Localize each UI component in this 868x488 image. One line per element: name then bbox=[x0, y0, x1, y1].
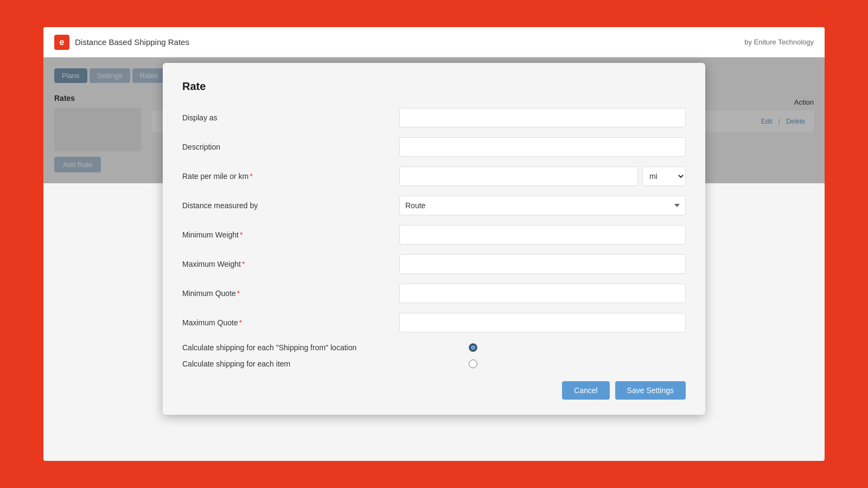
description-row: Description bbox=[182, 137, 686, 157]
header-left: e Distance Based Shipping Rates bbox=[54, 35, 189, 50]
distance-measured-select[interactable]: Route Straight Line bbox=[399, 196, 686, 215]
min-weight-wrapper bbox=[399, 225, 686, 245]
rate-per-mile-input[interactable] bbox=[399, 166, 638, 186]
radio-input-1[interactable] bbox=[469, 343, 477, 352]
min-quote-row: Minimum Quote* bbox=[182, 284, 686, 303]
rate-modal: Rate Display as Description bbox=[163, 63, 705, 415]
rate-input-group: mi km bbox=[399, 166, 686, 186]
save-settings-button[interactable]: Save Settings bbox=[615, 381, 686, 400]
app-container: e Distance Based Shipping Rates by Enitu… bbox=[43, 27, 825, 461]
rate-unit-select[interactable]: mi km bbox=[642, 166, 686, 186]
app-body: Plans Settings Rates Rates Add Rate Acti… bbox=[43, 57, 825, 183]
distance-measured-row: Distance measured by Route Straight Line bbox=[182, 196, 686, 215]
max-weight-label: Maximum Weight* bbox=[182, 260, 399, 268]
app-logo-icon: e bbox=[54, 35, 69, 50]
radio-input-2[interactable] bbox=[469, 359, 477, 368]
app-header: e Distance Based Shipping Rates by Enitu… bbox=[43, 27, 825, 57]
cancel-button[interactable]: Cancel bbox=[562, 381, 610, 400]
radio-label-1: Calculate shipping for each "Shipping fr… bbox=[182, 343, 469, 352]
description-wrapper bbox=[399, 137, 686, 157]
display-as-row: Display as bbox=[182, 108, 686, 127]
display-as-input[interactable] bbox=[399, 108, 686, 127]
radio-row-1: Calculate shipping for each "Shipping fr… bbox=[182, 343, 686, 352]
min-quote-input[interactable] bbox=[399, 284, 686, 303]
min-quote-label: Minimum Quote* bbox=[182, 289, 399, 298]
radio-wrapper-1 bbox=[469, 343, 686, 352]
rate-per-mile-wrapper: mi km bbox=[399, 166, 686, 186]
distance-measured-label: Distance measured by bbox=[182, 201, 399, 210]
min-weight-row: Minimum Weight* bbox=[182, 225, 686, 245]
radio-label-2: Calculate shipping for each item bbox=[182, 359, 469, 368]
app-title: Distance Based Shipping Rates bbox=[75, 37, 189, 47]
max-quote-row: Maximum Quote* bbox=[182, 313, 686, 332]
rate-per-mile-row: Rate per mile or km* mi km bbox=[182, 166, 686, 186]
min-weight-label: Minimum Weight* bbox=[182, 230, 399, 239]
radio-row-2: Calculate shipping for each item bbox=[182, 359, 686, 368]
max-quote-label: Maximum Quote* bbox=[182, 318, 399, 327]
modal-footer: Cancel Save Settings bbox=[182, 381, 686, 400]
display-as-label: Display as bbox=[182, 113, 399, 122]
modal-title: Rate bbox=[182, 80, 686, 93]
radio-section: Calculate shipping for each "Shipping fr… bbox=[182, 343, 686, 368]
max-weight-wrapper bbox=[399, 254, 686, 274]
rate-per-mile-label: Rate per mile or km* bbox=[182, 172, 399, 181]
distance-measured-wrapper: Route Straight Line bbox=[399, 196, 686, 215]
display-as-wrapper bbox=[399, 108, 686, 127]
max-weight-input[interactable] bbox=[399, 254, 686, 274]
min-quote-wrapper bbox=[399, 284, 686, 303]
description-label: Description bbox=[182, 143, 399, 151]
modal-overlay: Rate Display as Description bbox=[43, 57, 825, 183]
max-quote-wrapper bbox=[399, 313, 686, 332]
header-by-label: by Eniture Technology bbox=[744, 38, 814, 46]
description-input[interactable] bbox=[399, 137, 686, 157]
max-weight-row: Maximum Weight* bbox=[182, 254, 686, 274]
max-quote-input[interactable] bbox=[399, 313, 686, 332]
radio-wrapper-2 bbox=[469, 359, 686, 368]
min-weight-input[interactable] bbox=[399, 225, 686, 245]
